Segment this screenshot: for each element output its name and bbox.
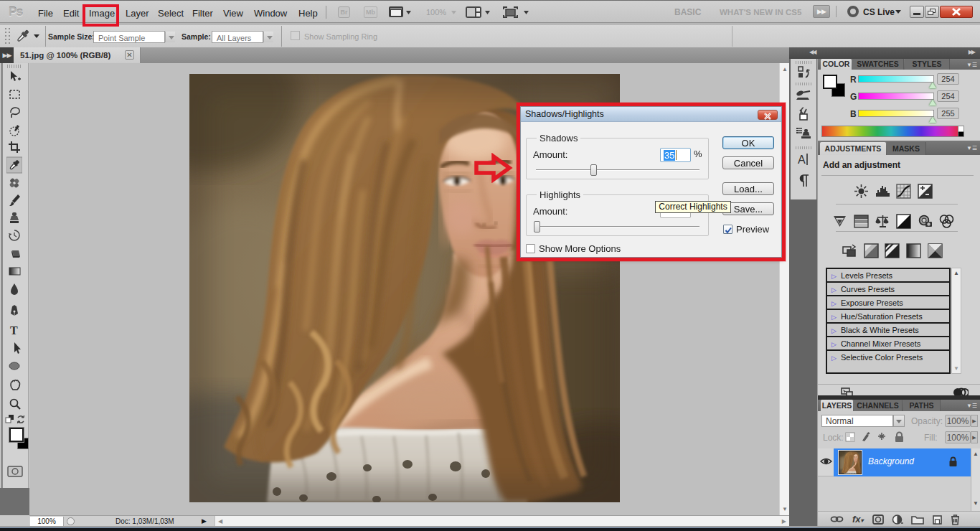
svg-text:100%: 100% — [426, 8, 446, 17]
svg-text:T: T — [10, 324, 18, 337]
svg-text:A: A — [798, 154, 806, 166]
